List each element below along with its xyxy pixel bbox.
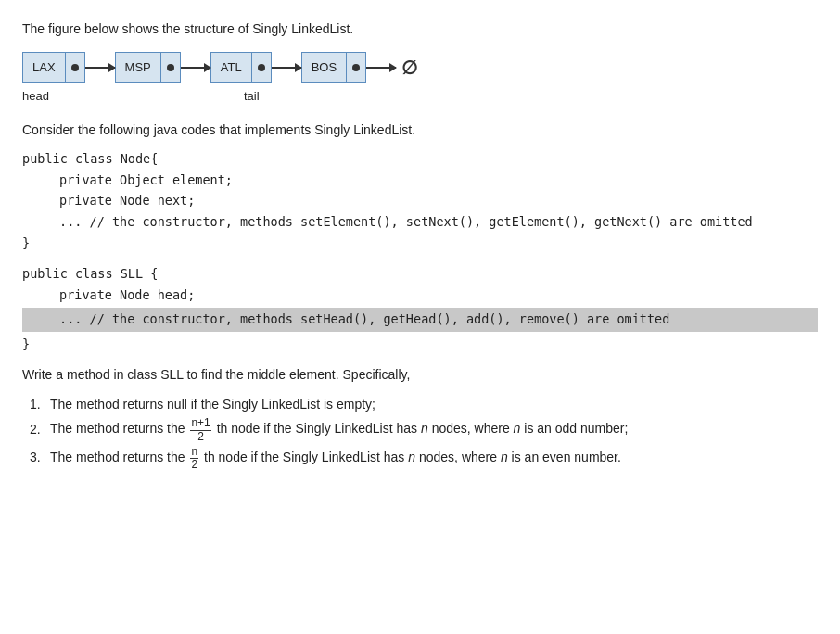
code-node-line4: ... // the constructor, methods setEleme… (22, 211, 818, 233)
list-item-2-n2: n (514, 422, 521, 437)
node-lax-label: LAX (23, 53, 66, 82)
arrow-2 (181, 67, 210, 69)
node-msp-label: MSP (116, 53, 161, 82)
node-atl: ATL (210, 52, 272, 83)
list-item-3-even: is an even number. (512, 450, 621, 464)
list-section: 1. The method returns null if the Singly… (22, 394, 818, 471)
frac-num-n-plus-1: n+1 (190, 417, 210, 430)
list-item-3-n: n (408, 450, 415, 464)
fraction-n-over-2: n 2 (190, 446, 198, 471)
node-bos-label: BOS (302, 53, 347, 82)
list-item-3-prefix: The method returns the (50, 450, 185, 464)
node-atl-label: ATL (211, 53, 252, 82)
list-item-2-n: n (421, 422, 428, 437)
label-head: head (22, 87, 49, 107)
code-node-class: public class Node{ private Object elemen… (22, 148, 818, 255)
list-item-1: 1. The method returns null if the Singly… (30, 394, 818, 414)
node-bos: BOS (301, 52, 366, 83)
list-item-2: 2. The method returns the n+1 2 th node … (30, 417, 818, 442)
dot-bos (352, 64, 360, 71)
list-item-1-text: The method returns null if the Singly Li… (50, 394, 375, 414)
code-sll-line3-highlighted: ... // the constructor, methods setHead(… (22, 308, 818, 332)
dot-msp (167, 64, 174, 71)
list-item-3: 3. The method returns the n 2 th node if… (30, 446, 818, 471)
intro-text: The figure below shows the structure of … (22, 19, 818, 39)
list-item-2-end: nodes, where (432, 422, 510, 437)
code-node-line5: } (22, 233, 818, 254)
arrow-line-1 (85, 67, 115, 69)
list-item-3-suffix: th node if the Singly LinkedList has (204, 450, 404, 464)
dot-lax (71, 64, 79, 71)
arrow-line-2 (181, 67, 210, 69)
node-bos-pointer (347, 53, 365, 82)
code-sll-line2: private Node head; (22, 285, 818, 306)
label-tail: tail (244, 87, 260, 107)
code-node-line3: private Node next; (22, 190, 818, 211)
list-item-2-odd: is an odd number; (524, 422, 628, 437)
labels-row: head tail (22, 87, 818, 107)
code-sll-line4: } (22, 334, 818, 355)
fraction-n-plus-1-over-2: n+1 2 (190, 417, 210, 442)
arrow-line-4 (366, 67, 396, 69)
list-item-2-content: The method returns the n+1 2 th node if … (50, 417, 628, 442)
list-num-3: 3. (30, 447, 46, 467)
frac-num-n: n (190, 446, 198, 459)
node-lax-pointer (66, 53, 84, 82)
null-symbol: ∅ (401, 53, 417, 82)
write-text: Write a method in class SLL to find the … (22, 364, 818, 385)
frac-den-2: 2 (197, 431, 205, 443)
consider-text: Consider the following java codes that i… (22, 120, 818, 140)
node-atl-pointer (252, 53, 271, 82)
list-item-3-content: The method returns the n 2 th node if th… (50, 446, 621, 471)
arrow-line-3 (272, 67, 301, 69)
list-num-2: 2. (30, 419, 46, 439)
arrow-4 (366, 67, 396, 69)
list-num-1: 1. (30, 394, 46, 414)
list-item-2-suffix: th node if the Singly LinkedList has (217, 422, 417, 437)
code-node-line1: public class Node{ (22, 148, 818, 170)
node-msp: MSP (115, 52, 181, 83)
list-item-3-n2: n (501, 450, 508, 464)
arrow-1 (85, 67, 115, 69)
code-sll-line1: public class SLL { (22, 263, 818, 285)
list-item-2-prefix: The method returns the (50, 422, 185, 437)
dot-atl (258, 64, 265, 71)
arrow-3 (272, 67, 301, 69)
frac-den-2b: 2 (190, 459, 198, 471)
linked-list-diagram: LAX MSP ATL BOS ∅ (22, 52, 818, 83)
code-sll-class: public class SLL { private Node head; ..… (22, 263, 818, 354)
node-lax: LAX (22, 52, 85, 83)
node-msp-pointer (161, 53, 180, 82)
code-node-line2: private Object element; (22, 170, 818, 191)
list-item-3-end: nodes, where (419, 450, 497, 464)
